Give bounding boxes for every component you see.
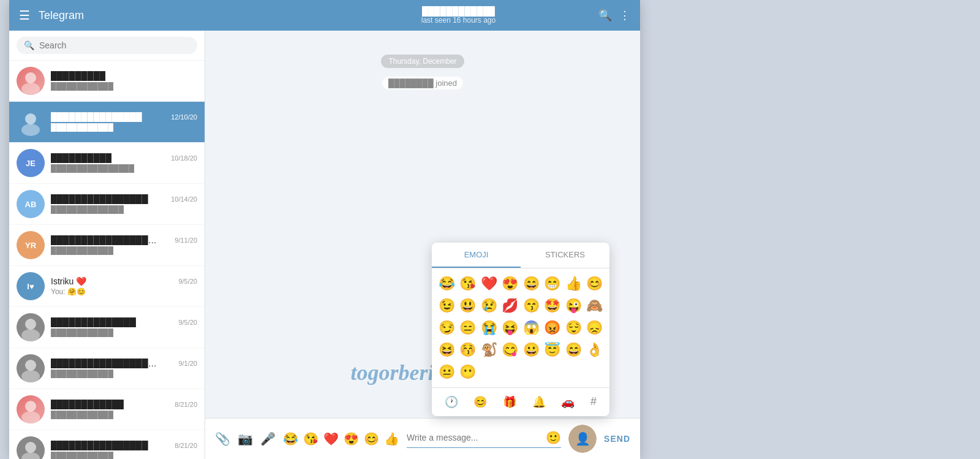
bottom-emoji[interactable]: 😂: [283, 431, 298, 446]
emoji-cell[interactable]: 😍: [500, 273, 521, 294]
emoji-cell[interactable]: 😀: [521, 340, 541, 360]
emoji-cell[interactable]: 💋: [500, 295, 521, 316]
list-item[interactable]: JE██████████10/18/20████████████████: [9, 143, 205, 184]
list-item[interactable]: ████████████████8/21/20████████████: [9, 430, 205, 459]
main-layout: 🔍 ████████████████████████████████████12…: [9, 31, 640, 459]
emoji-cell[interactable]: 😉: [437, 295, 457, 316]
right-avatar: 👤: [568, 425, 597, 453]
emoji-category-icon[interactable]: 🕐: [442, 393, 461, 411]
bottom-emoji[interactable]: 😍: [344, 431, 359, 446]
svg-point-8: [25, 401, 36, 412]
svg-point-7: [21, 370, 40, 382]
list-item[interactable]: I♥Istriku ❤️9/5/20You: 🤗😊: [9, 266, 205, 307]
svg-point-5: [21, 329, 40, 341]
menu-icon[interactable]: ☰: [19, 8, 30, 23]
conversation-content: ████████████████████9/1/20████████████: [51, 358, 197, 378]
emoji-cell[interactable]: 😇: [543, 340, 563, 360]
emoji-cell[interactable]: 😐: [437, 362, 457, 382]
list-item[interactable]: ████████████████████9/1/20████████████: [9, 348, 205, 389]
emoji-cell[interactable]: 🤩: [543, 295, 563, 316]
emoji-cell[interactable]: 🐒: [479, 340, 499, 360]
svg-point-4: [25, 319, 36, 330]
conversation-name: ████████████████████: [51, 358, 161, 368]
conversation-name: ████████████: [51, 400, 124, 409]
emoji-cell[interactable]: 😁: [543, 273, 563, 294]
conversation-content: █████████████████████: [51, 71, 197, 91]
list-item[interactable]: █████████████████████: [9, 61, 205, 102]
sidebar: 🔍 ████████████████████████████████████12…: [9, 31, 205, 459]
emoji-cell[interactable]: 😶: [458, 362, 478, 382]
emoji-cell[interactable]: 😝: [500, 317, 521, 338]
emoji-cell[interactable]: 😄: [564, 340, 584, 360]
emoji-cell[interactable]: 😞: [585, 317, 605, 338]
emoji-trigger-button[interactable]: 🙂: [546, 430, 561, 445]
emoji-cell[interactable]: ❤️: [479, 273, 499, 294]
emoji-category-icon[interactable]: 🔔: [530, 393, 548, 411]
search-input[interactable]: [39, 40, 190, 50]
bottom-emoji[interactable]: 😘: [303, 431, 318, 446]
conversation-name: ████████████████: [51, 441, 148, 450]
svg-point-2: [25, 113, 36, 124]
search-icon[interactable]: 🔍: [598, 9, 612, 22]
emoji-cell[interactable]: 😙: [521, 295, 541, 316]
conversation-preview: ████████████: [51, 82, 173, 91]
conversation-content: ████████████8/21/20████████████: [51, 400, 197, 419]
emoji-cell[interactable]: 😭: [479, 317, 499, 338]
list-item[interactable]: ████████████8/21/20████████████: [9, 389, 205, 430]
emoji-cell[interactable]: 😃: [458, 295, 478, 316]
list-item[interactable]: AB████████████████10/14/20██████████████: [9, 184, 205, 225]
app-title: Telegram: [39, 9, 318, 22]
avatar: [17, 436, 45, 459]
tab-emoji[interactable]: EMOJI: [432, 243, 521, 268]
emoji-cell[interactable]: 😏: [437, 317, 457, 338]
emoji-cell[interactable]: 😊: [585, 273, 605, 294]
avatar: I♥: [17, 272, 45, 300]
system-message: ████████ joined: [217, 78, 628, 88]
chat-area: Thursday, December ████████ joined togor…: [205, 31, 640, 459]
list-item[interactable]: ███████████████12/10/20████████████: [9, 102, 205, 143]
emoji-grid: 😂😘❤️😍😄😁👍😊😉😃😢💋😙🤩😜🙈😏😑😭😝😱😡😌😞😆😚🐒😋😀😇😄👌😐😶: [432, 268, 609, 387]
emoji-cell[interactable]: 😋: [500, 340, 521, 360]
emoji-category-icon[interactable]: 🚗: [559, 393, 577, 411]
emoji-cell[interactable]: 😘: [458, 273, 478, 294]
conversation-preview: ████████████████: [51, 164, 173, 173]
conversation-time: 10/18/20: [171, 154, 197, 162]
camera-icon[interactable]: 📷: [238, 431, 253, 446]
emoji-cell[interactable]: 😚: [458, 340, 478, 360]
bottom-emoji[interactable]: ❤️: [323, 431, 339, 446]
conversation-preview: ████████████: [51, 411, 173, 419]
emoji-cell[interactable]: 😜: [564, 295, 584, 316]
emoji-cell[interactable]: 👍: [564, 273, 584, 294]
svg-point-0: [25, 72, 36, 83]
emoji-cell[interactable]: 😂: [437, 273, 457, 294]
bottom-emoji[interactable]: 👍: [384, 431, 399, 446]
input-field-wrapper: 🙂: [407, 430, 561, 448]
conversation-preview: ████████████: [51, 452, 173, 459]
emoji-category-icon[interactable]: 😊: [471, 393, 489, 411]
emoji-cell[interactable]: 😱: [521, 317, 541, 338]
emoji-cell[interactable]: 😌: [564, 317, 584, 338]
mic-icon[interactable]: 🎤: [260, 431, 276, 446]
emoji-cell[interactable]: 😄: [521, 273, 541, 294]
emoji-category-icon[interactable]: #: [588, 393, 599, 411]
emoji-cell[interactable]: 😢: [479, 295, 499, 316]
emoji-category-icon[interactable]: 🎁: [500, 393, 519, 411]
emoji-cell[interactable]: 🙈: [585, 295, 605, 316]
message-input[interactable]: [407, 433, 546, 442]
list-item[interactable]: ██████████████9/5/20████████████: [9, 307, 205, 348]
emoji-cell[interactable]: 😆: [437, 340, 457, 360]
conversation-content: ██████████10/18/20████████████████: [51, 153, 197, 173]
svg-point-10: [25, 442, 36, 453]
svg-point-1: [21, 83, 40, 95]
tab-stickers[interactable]: STICKERS: [521, 243, 609, 268]
chat-status: last seen 16 hours ago: [318, 16, 598, 25]
emoji-cell[interactable]: 😑: [458, 317, 478, 338]
attach-icon[interactable]: 📎: [215, 431, 230, 446]
bottom-emoji[interactable]: 😊: [364, 431, 379, 446]
send-button[interactable]: SEND: [604, 434, 630, 444]
emoji-cell[interactable]: 😡: [543, 317, 563, 338]
emoji-cell[interactable]: 👌: [585, 340, 605, 360]
more-icon[interactable]: ⋮: [619, 9, 630, 22]
avatar: [17, 395, 45, 423]
list-item[interactable]: YR████████████████████████9/11/20███████…: [9, 225, 205, 266]
